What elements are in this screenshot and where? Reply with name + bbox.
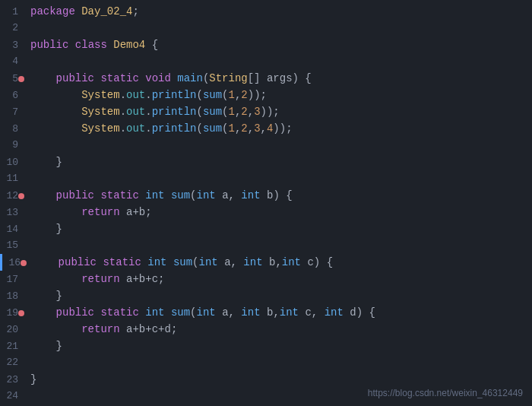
code-line-11: 11 xyxy=(0,170,532,187)
code-line-8: 8 System.out.println(sum(1,2,3,4)); xyxy=(0,120,532,137)
code-line-12: 12 public static int sum(int a, int b) { xyxy=(0,187,532,204)
line-content-16: public static int sum(int a, int b,int c… xyxy=(27,254,333,271)
line-num-24: 24 xyxy=(0,388,24,404)
line-num-22: 22 xyxy=(0,354,24,371)
line-num-9: 9 xyxy=(0,137,24,154)
line-num-5: 5 xyxy=(0,71,24,87)
line-content-7: System.out.println(sum(1,2,3)); xyxy=(24,103,280,120)
line-num-18: 18 xyxy=(0,288,24,305)
line-content-6: System.out.println(sum(1,2)); xyxy=(24,87,267,103)
line-num-3: 3 xyxy=(0,37,24,54)
line-num-20: 20 xyxy=(0,322,24,338)
code-line-9: 9 xyxy=(0,137,532,154)
line-content-1: package Day_02_4; xyxy=(24,3,139,20)
line-num-10: 10 xyxy=(0,154,24,171)
code-line-14: 14 } xyxy=(0,220,532,237)
line-content-3: public class Demo4 { xyxy=(24,36,158,53)
code-line-22: 22 xyxy=(0,354,532,371)
line-content-20: return a+b+c+d; xyxy=(24,321,177,338)
code-line-1: 1 package Day_02_4; xyxy=(0,3,532,20)
line-num-4: 4 xyxy=(0,53,24,70)
line-content-13: return a+b; xyxy=(24,204,152,220)
code-area: 1 package Day_02_4; 2 3 public class Dem… xyxy=(0,0,532,406)
line-num-1: 1 xyxy=(0,4,24,21)
code-line-10: 10 } xyxy=(0,154,532,170)
breakpoint-19 xyxy=(18,310,24,316)
line-num-21: 21 xyxy=(0,338,24,355)
line-content-21: } xyxy=(24,338,62,354)
line-num-13: 13 xyxy=(0,205,24,221)
line-content-23: } xyxy=(24,371,36,388)
breakpoint-12 xyxy=(18,193,24,199)
line-content-12: public static int sum(int a, int b) { xyxy=(24,187,293,204)
code-line-18: 18 } xyxy=(0,287,532,304)
line-content-8: System.out.println(sum(1,2,3,4)); xyxy=(24,120,293,137)
code-line-13: 13 return a+b; xyxy=(0,204,532,220)
code-line-4: 4 xyxy=(0,53,532,70)
code-line-20: 20 return a+b+c+d; xyxy=(0,321,532,338)
line-num-14: 14 xyxy=(0,221,24,238)
breakpoint-16 xyxy=(21,260,27,266)
code-line-23: 23 } xyxy=(0,371,532,388)
line-content-17: return a+b+c; xyxy=(24,271,164,287)
line-content-18: } xyxy=(24,287,62,304)
code-line-17: 17 return a+b+c; xyxy=(0,271,532,287)
line-content-14: } xyxy=(24,220,62,237)
line-content-10: } xyxy=(24,154,62,170)
code-line-21: 21 } xyxy=(0,338,532,354)
code-line-2: 2 xyxy=(0,20,532,36)
code-line-16: 16 public static int sum(int a, int b,in… xyxy=(0,254,532,271)
line-content-5: public static void main(String[] args) { xyxy=(24,70,312,87)
line-num-15: 15 xyxy=(0,237,24,254)
line-num-17: 17 xyxy=(0,271,24,288)
breakpoint-5 xyxy=(18,76,24,82)
line-num-23: 23 xyxy=(0,372,24,389)
line-num-8: 8 xyxy=(0,121,24,138)
code-line-19: 19 public static int sum(int a, int b,in… xyxy=(0,304,532,321)
line-content-19: public static int sum(int a, int b,int c… xyxy=(24,304,375,321)
line-num-7: 7 xyxy=(0,104,24,121)
line-num-16: 16 xyxy=(2,255,27,271)
code-line-6: 6 System.out.println(sum(1,2)); xyxy=(0,87,532,103)
line-num-6: 6 xyxy=(0,87,24,104)
watermark: https://blog.csdn.net/weixin_46312449 xyxy=(368,388,523,398)
code-line-5: 5 public static void main(String[] args)… xyxy=(0,70,532,87)
code-line-7: 7 System.out.println(sum(1,2,3)); xyxy=(0,103,532,120)
line-num-11: 11 xyxy=(0,170,24,187)
line-num-2: 2 xyxy=(0,20,24,36)
code-line-15: 15 xyxy=(0,237,532,254)
code-line-3: 3 public class Demo4 { xyxy=(0,36,532,53)
line-num-19: 19 xyxy=(0,305,24,322)
line-num-12: 12 xyxy=(0,188,24,205)
code-editor: 1 package Day_02_4; 2 3 public class Dem… xyxy=(0,0,532,406)
